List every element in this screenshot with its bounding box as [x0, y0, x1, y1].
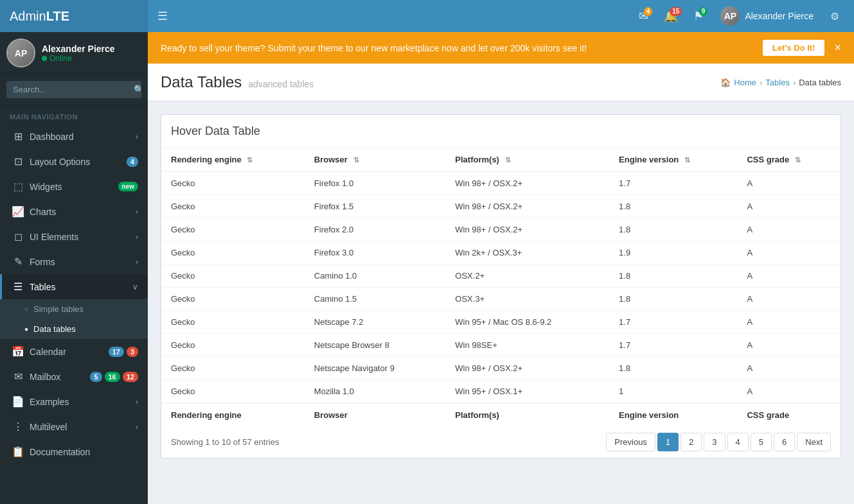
cell-browser: Camino 1.5 — [305, 288, 445, 311]
home-icon: 🏠 — [720, 78, 731, 87]
col-css-grade[interactable]: CSS grade ⇅ — [737, 148, 841, 171]
cell-browser: Camino 1.0 — [305, 265, 445, 288]
chevron-right-icon: › — [136, 207, 138, 216]
page-2-button[interactable]: 2 — [681, 433, 702, 451]
table-row: Gecko Firefox 3.0 Win 2k+ / OSX.3+ 1.9 A — [161, 241, 841, 265]
calendar-icon: 📅 — [12, 345, 24, 358]
sidebar-item-multilevel[interactable]: ⋮ Multilevel › — [0, 414, 148, 439]
sidebar-item-label: Multilevel — [30, 422, 136, 432]
breadcrumb-tables[interactable]: Tables — [765, 78, 790, 87]
notification-bar: Ready to sell your theme? Submit your th… — [148, 32, 854, 64]
sidebar-item-label: Documentation — [30, 447, 138, 457]
avatar: AP — [720, 6, 740, 26]
app-logo: AdminLTE — [0, 0, 148, 32]
cell-css: A — [737, 334, 841, 357]
layout-badge: 4 — [127, 157, 138, 167]
sidebar-item-label: Widgets — [30, 182, 118, 192]
sidebar-item-layout[interactable]: ⊡ Layout Options 4 — [0, 149, 148, 174]
col-rendering-engine[interactable]: Rendering engine ⇅ — [161, 148, 305, 171]
page-5-button[interactable]: 5 — [751, 433, 772, 451]
cell-version: 1.8 — [609, 218, 737, 241]
forms-icon: ✎ — [12, 256, 24, 268]
flag-button[interactable]: ⚑ 9 — [688, 6, 709, 26]
tables-icon: ☰ — [12, 281, 24, 293]
lets-do-button[interactable]: Let's Do It! — [763, 40, 825, 56]
cell-platform: Win 95+ / Mac OS 8.6-9.2 — [445, 311, 609, 334]
sidebar-avatar: AP — [6, 39, 35, 67]
sidebar-item-forms[interactable]: ✎ Forms › — [0, 249, 148, 274]
bell-button[interactable]: 🔔 15 — [659, 6, 683, 26]
breadcrumb-current: Data tables — [799, 78, 841, 87]
mail-button[interactable]: ✉ 4 — [634, 6, 654, 26]
tables-submenu: ○ Simple tables ● Data tables — [0, 299, 148, 339]
content-wrapper: Ready to sell your theme? Submit your th… — [148, 32, 854, 504]
page-4-button[interactable]: 4 — [727, 433, 749, 451]
cell-engine: Gecko — [161, 265, 305, 288]
previous-button[interactable]: Previous — [606, 433, 655, 451]
sidebar-item-data-tables[interactable]: ● Data tables — [0, 319, 148, 339]
cell-platform: Win 98+ / OSX.2+ — [445, 218, 609, 241]
chevron-right-icon: › — [136, 422, 138, 431]
sidebar-user-name: Alexander Pierce — [42, 44, 115, 54]
cell-engine: Gecko — [161, 171, 305, 195]
page-6-button[interactable]: 6 — [774, 433, 795, 451]
sidebar-item-widgets[interactable]: ⬚ Widgets new — [0, 174, 148, 199]
breadcrumb: 🏠 Home › Tables › Data tables — [720, 78, 841, 87]
app-name: AdminLTE — [10, 9, 69, 24]
user-menu[interactable]: AP Alexander Pierce — [714, 3, 820, 29]
sidebar-item-label: Examples — [30, 397, 136, 407]
bell-badge: 15 — [670, 7, 682, 16]
gear-icon: ⚙ — [830, 11, 839, 22]
search-button[interactable]: 🔍 — [127, 81, 141, 98]
page-1-button[interactable]: 1 — [657, 433, 679, 451]
breadcrumb-separator: › — [760, 78, 762, 87]
content-header: Data Tables advanced tables 🏠 Home › Tab… — [148, 64, 854, 101]
sidebar-item-documentation[interactable]: 📋 Documentation — [0, 439, 148, 464]
chevron-right-icon: › — [136, 132, 138, 141]
status-dot — [42, 56, 47, 61]
sidebar-item-label: UI Elements — [30, 232, 136, 242]
cell-version: 1.8 — [609, 357, 737, 380]
next-button[interactable]: Next — [797, 433, 831, 451]
charts-icon: 📈 — [12, 205, 24, 218]
settings-button[interactable]: ⚙ — [825, 7, 844, 26]
table-row: Gecko Netscape Navigator 9 Win 98+ / OSX… — [161, 357, 841, 380]
col-platform[interactable]: Platform(s) ⇅ — [445, 148, 609, 171]
sidebar-item-examples[interactable]: 📄 Examples › — [0, 389, 148, 414]
hamburger-button[interactable]: ☰ — [148, 0, 177, 32]
table-row: Gecko Camino 1.0 OSX.2+ 1.8 A — [161, 265, 841, 288]
cell-browser: Firefox 3.0 — [305, 241, 445, 265]
cell-platform: OSX.2+ — [445, 265, 609, 288]
cell-engine: Gecko — [161, 311, 305, 334]
breadcrumb-home[interactable]: Home — [734, 78, 756, 87]
sidebar-item-calendar[interactable]: 📅 Calendar 17 3 — [0, 339, 148, 364]
page-3-button[interactable]: 3 — [704, 433, 725, 451]
sidebar-item-tables[interactable]: ☰ Tables ∨ — [0, 274, 148, 299]
layout-icon: ⊡ — [12, 155, 24, 168]
cell-version: 1.8 — [609, 195, 737, 218]
cell-css: A — [737, 195, 841, 218]
col-browser[interactable]: Browser ⇅ — [305, 148, 445, 171]
cell-browser: Netscape 7.2 — [305, 311, 445, 334]
circle-filled-icon: ● — [24, 326, 28, 333]
sidebar-item-mailbox[interactable]: ✉ Mailbox 5 16 12 — [0, 364, 148, 389]
notification-close-button[interactable]: × — [834, 41, 841, 55]
col-engine-version[interactable]: Engine version ⇅ — [609, 148, 737, 171]
sidebar-item-label: Calendar — [30, 347, 109, 357]
sidebar-item-dashboard[interactable]: ⊞ Dashboard › — [0, 124, 148, 149]
chevron-right-icon: › — [136, 397, 138, 406]
search-input[interactable] — [6, 81, 127, 98]
mailbox-badge-green: 16 — [105, 372, 120, 382]
calendar-badge-red: 3 — [127, 347, 138, 357]
sort-icon: ⇅ — [795, 156, 801, 164]
table-wrap: Rendering engine ⇅ Browser ⇅ Platform(s)… — [161, 148, 841, 426]
cell-version: 1.7 — [609, 171, 737, 195]
sidebar-item-simple-tables[interactable]: ○ Simple tables — [0, 299, 148, 319]
table-row: Gecko Firefox 1.0 Win 98+ / OSX.2+ 1.7 A — [161, 171, 841, 195]
sidebar-item-ui[interactable]: ◻ UI Elements › — [0, 224, 148, 249]
sidebar-user-status: Online — [42, 54, 115, 63]
nav-section-title: MAIN NAVIGATION — [0, 105, 148, 124]
cell-version: 1.9 — [609, 241, 737, 265]
footer-col-css-grade: CSS grade — [737, 403, 841, 426]
sidebar-item-charts[interactable]: 📈 Charts › — [0, 199, 148, 224]
